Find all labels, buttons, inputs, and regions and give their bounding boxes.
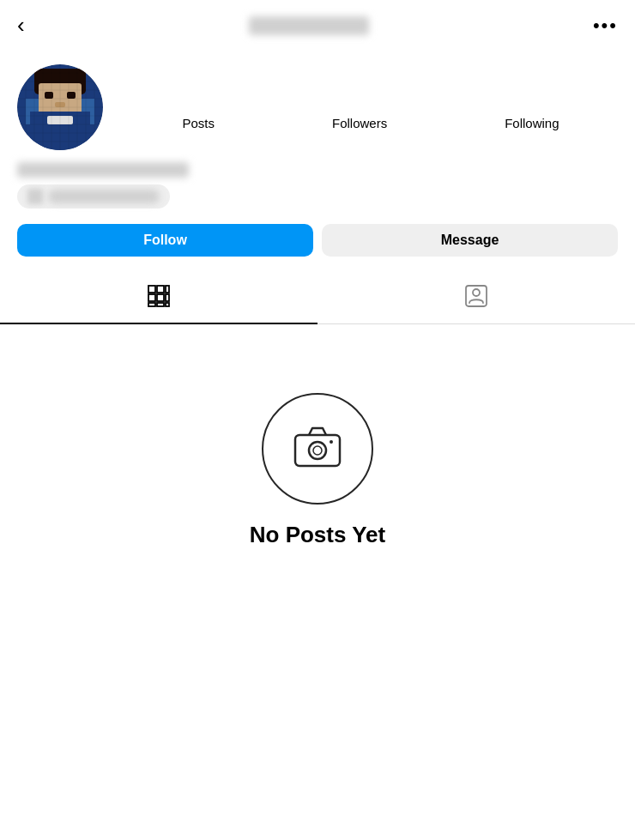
svg-rect-16	[166, 294, 169, 301]
svg-rect-18	[157, 303, 164, 306]
more-options-button[interactable]: •••	[593, 15, 618, 37]
svg-point-25	[330, 440, 333, 444]
stat-followers[interactable]: Followers	[332, 92, 387, 130]
avatar-image	[17, 64, 103, 150]
following-label: Following	[505, 116, 559, 130]
empty-state: No Posts Yet	[0, 324, 635, 583]
svg-rect-12	[157, 286, 164, 293]
grid-icon	[147, 284, 171, 311]
stats-container: Posts Followers Following	[124, 85, 618, 130]
back-button[interactable]: ‹	[17, 12, 25, 39]
svg-rect-15	[157, 294, 164, 301]
followers-label: Followers	[332, 116, 387, 130]
stat-posts[interactable]: Posts	[182, 92, 215, 130]
follow-button[interactable]: Follow	[17, 224, 313, 257]
svg-rect-9	[17, 64, 103, 150]
action-buttons: Follow Message	[0, 224, 635, 257]
svg-rect-11	[148, 286, 155, 293]
svg-rect-17	[148, 303, 155, 306]
display-name-blurred	[17, 162, 189, 178]
svg-rect-13	[166, 286, 169, 293]
posts-label: Posts	[182, 116, 215, 130]
tab-tagged[interactable]	[318, 272, 635, 323]
bio-icon-blurred	[27, 189, 43, 204]
bio-text-blurred	[48, 190, 160, 203]
avatar-container	[17, 64, 103, 150]
svg-point-24	[313, 446, 322, 455]
avatar	[17, 64, 103, 150]
svg-rect-14	[148, 294, 155, 301]
tab-bar	[0, 272, 635, 324]
profile-section: Posts Followers Following	[0, 51, 635, 208]
svg-point-23	[309, 442, 326, 459]
profile-top: Posts Followers Following	[17, 64, 618, 150]
camera-icon	[292, 421, 343, 476]
message-button[interactable]: Message	[322, 224, 618, 257]
bio-pill	[17, 184, 170, 208]
svg-rect-19	[166, 303, 169, 306]
no-posts-title: No Posts Yet	[250, 522, 385, 548]
tagged-icon	[464, 284, 488, 311]
header: ‹ •••	[0, 0, 635, 51]
header-title-blurred	[249, 16, 369, 35]
svg-rect-22	[295, 435, 340, 466]
camera-circle	[262, 393, 373, 505]
stat-following[interactable]: Following	[505, 92, 559, 130]
profile-info	[17, 162, 618, 208]
tab-grid[interactable]	[0, 272, 318, 323]
svg-point-21	[473, 289, 480, 296]
